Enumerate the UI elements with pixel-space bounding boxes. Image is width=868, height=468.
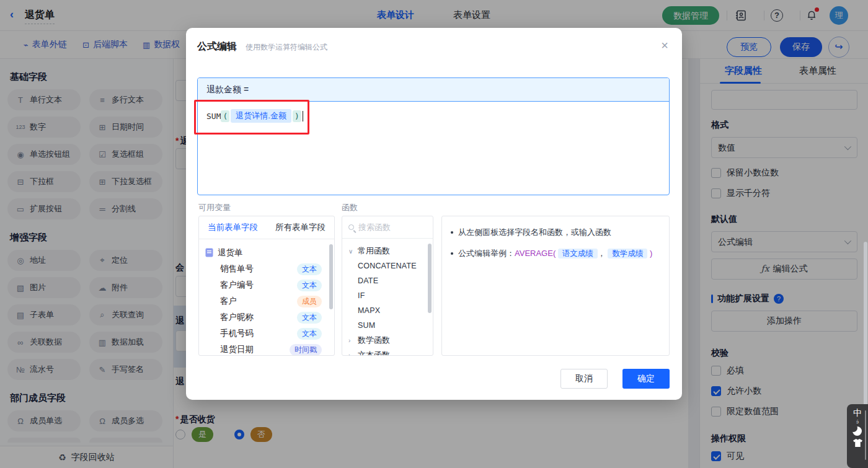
tip-text: 从左侧面板选择字段名和函数，或输入函数 (458, 226, 611, 239)
widget-scroll-line (865, 410, 866, 460)
formula-tips-panel: 从左侧面板选择字段名和函数，或输入函数 公式编辑举例：AVERAGE( 语文成绩… (441, 216, 670, 356)
function-item-sum[interactable]: SUM (348, 318, 433, 333)
confirm-button[interactable]: 确定 (622, 369, 670, 389)
type-badge: 文本 (297, 328, 322, 340)
group-math-functions[interactable]: ›数学函数 (348, 333, 433, 348)
group-common-functions[interactable]: ∨常用函数 (348, 244, 433, 258)
tip-example: 公式编辑举例：AVERAGE( 语文成绩， 数学成绩 ) (458, 247, 652, 260)
variable-row[interactable]: 手机号码文本 (205, 325, 330, 342)
example-chip: 语文成绩 (558, 249, 598, 258)
form-designer-app: ‹ 退货单 表单设计 表单设置 数据管理 ? 理 (0, 0, 868, 468)
type-badge: 文本 (297, 312, 322, 324)
scrollbar-thumb[interactable] (329, 244, 333, 309)
function-item-if[interactable]: IF (348, 288, 433, 303)
paren-open: ( (221, 110, 229, 122)
type-badge: 文本 (297, 280, 322, 291)
modal-subtitle: 使用数学运算符编辑公式 (246, 42, 327, 53)
chevron-right-icon: › (348, 337, 354, 344)
example-chip: 数学成绩 (608, 249, 647, 258)
formula-input-area[interactable]: 退款金额 = SUM(退货详情.金额) (197, 77, 670, 195)
shirt-skin-icon[interactable] (853, 439, 862, 449)
type-badge: 成员 (297, 296, 322, 307)
function-item-concatenate[interactable]: CONCATENATE (348, 258, 433, 273)
function-item-mapx[interactable]: MAPX (348, 303, 433, 318)
type-badge: 时间戳 (290, 344, 322, 356)
tab-current-form-fields[interactable]: 当前表单字段 (208, 222, 258, 233)
scrollbar-thumb[interactable] (428, 244, 432, 313)
function-item-date[interactable]: DATE (348, 273, 433, 288)
modal-title: 公式编辑 (197, 40, 237, 53)
variable-row[interactable]: 客户昵称文本 (205, 309, 330, 325)
tab-all-form-fields[interactable]: 所有表单字段 (275, 222, 326, 233)
function-search-input[interactable] (358, 223, 420, 232)
formula-target: 退款金额 = (198, 78, 669, 102)
close-icon[interactable]: × (661, 40, 668, 50)
text-cursor (303, 111, 304, 121)
example-function: AVERAGE( (515, 249, 556, 258)
moon-icon[interactable] (852, 426, 862, 436)
variables-panel: 当前表单字段 所有表单字段 退货单 销售单号文本 客户编号文本 客户成员 客户昵… (198, 216, 335, 356)
search-icon (348, 224, 354, 230)
variable-row[interactable]: 退货日期时间戳 (205, 342, 330, 356)
punctuation-toggle[interactable]: ɔ́ (856, 420, 859, 424)
variable-row[interactable]: 销售单号文本 (205, 261, 330, 277)
document-icon (205, 248, 213, 257)
function-search[interactable] (342, 216, 433, 239)
variables-label: 可用变量 (198, 202, 231, 213)
chevron-down-icon: ∨ (348, 248, 354, 255)
type-badge: 文本 (297, 263, 322, 275)
group-text-functions[interactable]: ›文本函数 (348, 348, 433, 356)
formula-function: SUM (206, 112, 221, 121)
input-method-widget[interactable]: 中 ɔ́ (847, 404, 868, 468)
language-toggle[interactable]: 中 (853, 408, 862, 418)
form-node[interactable]: 退货单 (205, 244, 330, 261)
formula-expression[interactable]: SUM(退货详情.金额) (198, 102, 669, 130)
functions-label: 函数 (342, 202, 358, 213)
variable-row[interactable]: 客户编号文本 (205, 277, 330, 293)
variable-row[interactable]: 客户成员 (205, 293, 330, 309)
functions-panel: ∨常用函数 CONCATENATE DATE IF MAPX SUM ›数学函数… (342, 216, 433, 356)
paren-close: ) (293, 110, 301, 122)
cancel-button[interactable]: 取消 (560, 369, 608, 389)
chevron-right-icon: › (348, 352, 354, 356)
field-token[interactable]: 退货详情.金额 (231, 109, 291, 123)
formula-editor-modal: 公式编辑 使用数学运算符编辑公式 × 退款金额 = SUM(退货详情.金额) 可… (186, 28, 682, 400)
